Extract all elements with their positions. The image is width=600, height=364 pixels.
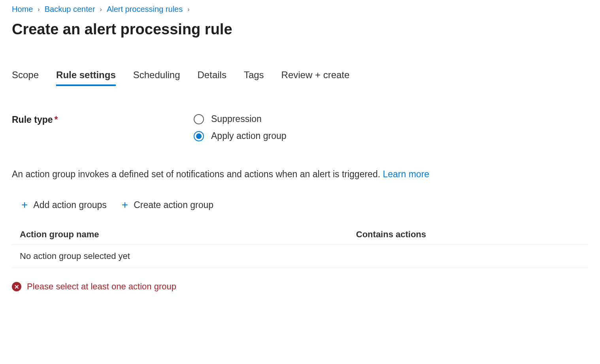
learn-more-link[interactable]: Learn more — [383, 169, 429, 179]
chevron-right-icon: › — [100, 6, 102, 13]
add-action-groups-label: Add action groups — [33, 200, 106, 210]
tab-scheduling[interactable]: Scheduling — [133, 69, 180, 86]
empty-state-text: No action group selected yet — [20, 251, 130, 261]
breadcrumb-home[interactable]: Home — [12, 5, 33, 14]
rule-type-field: Rule type* Suppression Apply action grou… — [12, 114, 588, 141]
breadcrumb-backup-center[interactable]: Backup center — [45, 5, 95, 14]
create-action-group-button[interactable]: + Create action group — [120, 197, 215, 213]
breadcrumb-alert-processing-rules[interactable]: Alert processing rules — [107, 5, 183, 14]
tab-review-create[interactable]: Review + create — [281, 69, 350, 86]
error-text: Please select at least one action group — [27, 281, 176, 292]
action-group-description: An action group invokes a defined set of… — [12, 169, 588, 180]
radio-icon — [194, 114, 204, 124]
column-contains-actions: Contains actions — [356, 229, 580, 240]
page-title: Create an alert processing rule — [12, 21, 588, 38]
radio-suppression[interactable]: Suppression — [194, 114, 287, 124]
rule-type-radio-group: Suppression Apply action group — [194, 114, 287, 141]
radio-dot-icon — [196, 133, 202, 139]
breadcrumb: Home › Backup center › Alert processing … — [12, 5, 588, 14]
column-action-group-name: Action group name — [20, 229, 356, 240]
radio-apply-action-group[interactable]: Apply action group — [194, 131, 287, 141]
error-icon: ✕ — [12, 282, 21, 291]
tab-rule-settings[interactable]: Rule settings — [56, 69, 116, 86]
create-action-group-label: Create action group — [134, 200, 213, 210]
chevron-right-icon: › — [38, 6, 40, 13]
action-groups-table: Action group name Contains actions No ac… — [12, 225, 588, 268]
action-buttons-row: + Add action groups + Create action grou… — [20, 197, 588, 213]
tab-tags[interactable]: Tags — [244, 69, 264, 86]
plus-icon: + — [122, 199, 128, 210]
tab-scope[interactable]: Scope — [12, 69, 39, 86]
add-action-groups-button[interactable]: + Add action groups — [20, 197, 108, 213]
plus-icon: + — [21, 199, 28, 210]
tab-details[interactable]: Details — [198, 69, 226, 86]
x-icon: ✕ — [14, 284, 19, 290]
required-indicator: * — [55, 114, 58, 125]
radio-icon-selected — [194, 131, 204, 141]
table-row-empty: No action group selected yet — [12, 245, 588, 268]
rule-type-label: Rule type* — [12, 114, 194, 125]
radio-label-suppression: Suppression — [211, 114, 262, 124]
radio-label-apply-action-group: Apply action group — [211, 131, 287, 141]
table-header: Action group name Contains actions — [12, 225, 588, 245]
tabs-container: Scope Rule settings Scheduling Details T… — [12, 69, 588, 86]
chevron-right-icon: › — [187, 6, 189, 13]
error-message: ✕ Please select at least one action grou… — [12, 281, 588, 292]
